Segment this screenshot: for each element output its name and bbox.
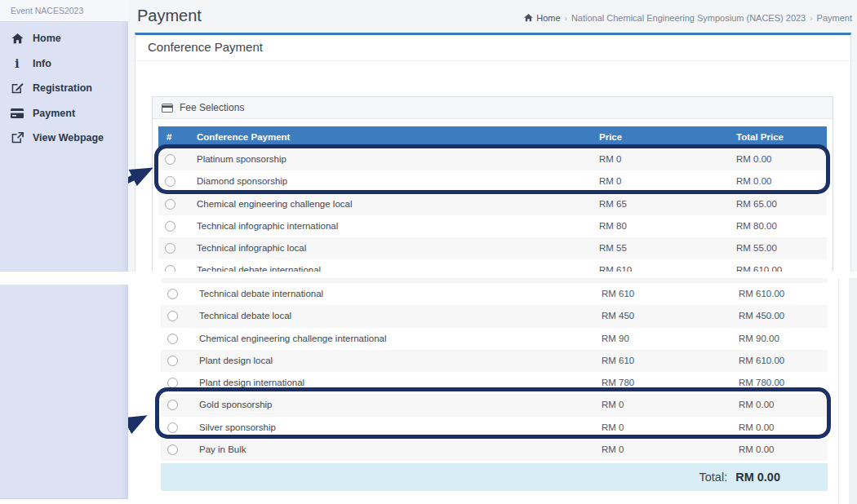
fee-name: Diamond sponsorship	[197, 170, 287, 192]
fee-total: RM 610.00	[739, 350, 784, 372]
fee-price: RM 0	[602, 394, 624, 416]
fee-price: RM 0	[602, 439, 624, 461]
fee-row: Platinum sponsorshipRM 0RM 0.00	[158, 148, 827, 170]
fee-table-top-rows: Platinum sponsorshipRM 0RM 0.00Diamond s…	[158, 148, 827, 272]
fee-radio-button[interactable]	[165, 265, 175, 272]
fee-total: RM 780.00	[739, 372, 784, 394]
total-value: RM 0.00	[735, 471, 780, 484]
fee-row: Chemical engineering challenge internati…	[161, 328, 828, 350]
total-row: Total: RM 0.00	[161, 463, 828, 491]
fee-total: RM 0.00	[739, 417, 774, 439]
fee-price: RM 610	[602, 283, 634, 305]
fee-radio-button[interactable]	[165, 243, 175, 254]
fee-panel-title: Fee Selections	[180, 102, 244, 113]
fee-table-header: # Conference Payment Price Total Price	[158, 126, 827, 148]
fee-radio-button[interactable]	[167, 422, 178, 433]
fee-row: Technical debate internationalRM 610RM 6…	[158, 259, 827, 272]
fee-price: RM 90	[602, 328, 629, 350]
fee-row: Technical debate internationalRM 610RM 6…	[161, 283, 828, 305]
fee-total: RM 0.00	[739, 394, 774, 416]
page-title: Payment	[137, 7, 202, 25]
fee-table-continued: Technical infographic localRM 55RM 55.00…	[161, 278, 828, 491]
fee-radio-button[interactable]	[165, 176, 175, 187]
fee-radio-button[interactable]	[167, 400, 178, 410]
fee-price: RM 450	[602, 305, 634, 327]
fee-name: Technical infographic international	[197, 215, 338, 237]
sidebar-item-info[interactable]: i Info	[0, 51, 128, 77]
sidebar-item-home[interactable]: Home	[0, 26, 128, 51]
fee-name: Silver sponsorship	[199, 417, 276, 439]
fee-price: RM 780	[602, 372, 634, 394]
breadcrumb-event-link[interactable]: National Chemical Engineering Symposium …	[571, 13, 806, 23]
fee-name: Plant design international	[199, 372, 304, 394]
card-title: Conference Payment	[135, 35, 850, 61]
sidebar-item-payment[interactable]: Payment	[0, 101, 128, 126]
fee-radio-button[interactable]	[167, 289, 178, 299]
fee-name: Pay in Bulk	[199, 439, 246, 461]
fee-row: Silver sponsorshipRM 0RM 0.00	[161, 417, 828, 439]
fee-panel-header: Fee Selections	[153, 97, 833, 119]
fee-price: RM 65	[599, 193, 627, 215]
fee-name: Technical debate international	[197, 259, 321, 272]
total-label: Total:	[699, 471, 728, 484]
fee-row: Chemical engineering challenge localRM 6…	[158, 193, 827, 215]
info-icon: i	[11, 57, 24, 70]
fee-name: Technical infographic local	[197, 237, 306, 259]
breadcrumb-home-link[interactable]: Home	[524, 13, 560, 23]
column-header-total: Total Price	[736, 126, 784, 148]
fee-total: RM 0.00	[736, 170, 771, 192]
fee-total: RM 80.00	[736, 215, 777, 237]
fee-price: RM 0	[599, 170, 621, 192]
fee-row: Technical infographic localRM 55RM 55.00	[158, 237, 827, 259]
sidebar-nav: Home i Info Registration	[0, 22, 128, 151]
fee-name: Technical debate local	[199, 305, 291, 327]
sidebar: Event NACES2023 Home i Info	[0, 0, 128, 272]
fee-radio-button[interactable]	[167, 334, 178, 344]
fee-total: RM 450.00	[739, 305, 784, 327]
fee-name: Technical debate international	[199, 283, 323, 305]
fee-table-bottom-rows: Technical infographic localRM 55RM 55.00…	[161, 278, 828, 461]
sidebar-event-label: Event NACES2023	[0, 0, 128, 22]
fee-row: Pay in BulkRM 0RM 0.00	[161, 439, 828, 461]
fee-radio-button[interactable]	[165, 199, 175, 210]
fee-row: Diamond sponsorshipRM 0RM 0.00	[158, 170, 827, 192]
fee-row: Plant design internationalRM 780RM 780.0…	[161, 372, 828, 394]
sidebar-item-registration[interactable]: Registration	[0, 76, 128, 101]
sidebar-item-view-webpage[interactable]: View Webpage	[0, 126, 128, 151]
external-link-icon	[11, 131, 24, 144]
fee-total: RM 0.00	[739, 439, 774, 461]
fee-price: RM 0	[602, 417, 624, 439]
fee-name: Chemical engineering challenge local	[197, 193, 353, 215]
card-right-border	[838, 278, 839, 504]
fee-total: RM 55.00	[736, 237, 777, 259]
breadcrumb-separator: ›	[565, 14, 567, 23]
fee-radio-button[interactable]	[167, 444, 178, 455]
payment-page: Payment Home › National Chemical Enginee…	[0, 0, 857, 504]
fee-total: RM 90.00	[739, 328, 779, 350]
fee-radio-button[interactable]	[167, 378, 178, 388]
fee-radio-button[interactable]	[167, 311, 178, 321]
fee-total: RM 610.00	[739, 283, 784, 305]
fee-total: RM 610.00	[736, 259, 782, 272]
fee-name: Plant design local	[199, 350, 273, 372]
breadcrumb-current: Payment	[817, 13, 852, 23]
fee-radio-button[interactable]	[165, 154, 175, 165]
home-icon	[11, 32, 24, 45]
column-header-num: #	[167, 126, 171, 148]
fee-radio-button[interactable]	[167, 356, 178, 366]
fee-name: Platinum sponsorship	[197, 148, 286, 170]
breadcrumb-separator: ›	[810, 14, 812, 23]
column-header-name: Conference Payment	[197, 126, 290, 148]
fee-total: RM 65.00	[736, 193, 777, 215]
fee-row: Technical infographic internationalRM 80…	[158, 215, 827, 237]
fee-price: RM 610	[599, 259, 632, 272]
home-icon	[524, 14, 533, 22]
fee-radio-button[interactable]	[165, 221, 175, 232]
fee-price: RM 610	[602, 350, 634, 372]
fee-price: RM 0	[599, 148, 621, 170]
column-header-price: Price	[599, 126, 622, 148]
fee-row: Gold sponsorshipRM 0RM 0.00	[161, 394, 828, 416]
fee-row: Technical debate localRM 450RM 450.00	[161, 305, 828, 327]
fee-total: RM 0.00	[736, 148, 771, 170]
fee-price: RM 80	[599, 215, 627, 237]
